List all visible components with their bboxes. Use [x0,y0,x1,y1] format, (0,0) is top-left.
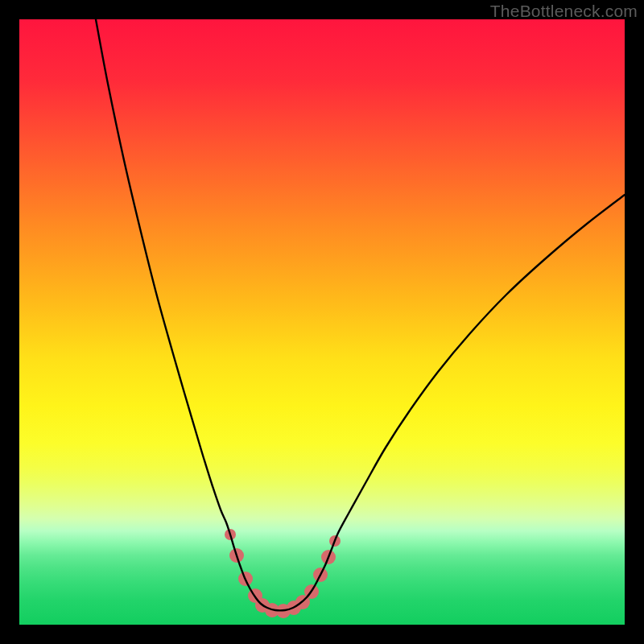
curve-layer [19,19,625,625]
bottleneck-curve [96,19,625,610]
plot-area [19,19,625,625]
watermark-text: TheBottleneck.com [490,2,638,21]
outer-frame: TheBottleneck.com [0,0,644,644]
